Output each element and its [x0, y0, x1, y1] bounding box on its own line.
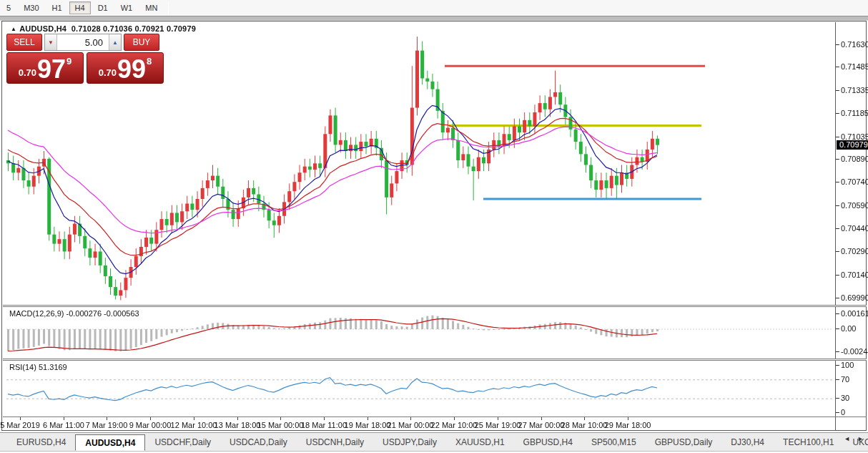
- trading-platform: 5M30H1H4D1W1MN ▲AUDUSD,H4 0.71028 0.7103…: [0, 0, 868, 453]
- symbol-tab-gbpusd[interactable]: GBPUSD,Daily: [646, 433, 722, 451]
- rsi-name: RSI(14): [9, 363, 36, 371]
- buy-price-box[interactable]: 0.70 99 8: [87, 52, 164, 84]
- symbol-tab-dj30[interactable]: DJ30,H4: [721, 433, 774, 451]
- symbol-collapse-icon[interactable]: ▲: [11, 26, 16, 32]
- rsi-axis-label-tick: [836, 412, 839, 413]
- timeframe-button-w1[interactable]: W1: [115, 1, 139, 14]
- tab-scroll-left-icon[interactable]: ◄: [844, 435, 850, 442]
- price-axis-label: 0.70290: [841, 247, 868, 255]
- rsi-axis-label-tick: [836, 379, 839, 380]
- symbol-tab-usdcnh[interactable]: USDCNH,Daily: [297, 433, 373, 451]
- tab-scroll-buttons: ◄ ►: [844, 435, 864, 442]
- time-axis-tick: [454, 417, 455, 420]
- price-axis-label: 0.71185: [841, 109, 868, 117]
- macd-axis-label: 0.00: [841, 324, 856, 333]
- macd-axis-label: 0.001615: [841, 309, 868, 318]
- time-axis-tick: [64, 417, 64, 420]
- chart-ohlc-header: ▲AUDUSD,H4 0.71028 0.71036 0.70921 0.709…: [11, 24, 196, 33]
- price-axis-label-tick: [836, 137, 839, 137]
- rsi-splitter-edge: [3, 360, 867, 361]
- time-axis-label: 12 Mar 10:00: [171, 421, 217, 429]
- price-axis-label: 0.70590: [841, 201, 868, 210]
- volume-stepper: ▼ ▲: [44, 34, 122, 51]
- price-axis-label: 0.70440: [841, 224, 868, 233]
- price-axis-label: 0.70890: [841, 155, 868, 163]
- time-axis-label: 19 Mar 18:00: [345, 421, 391, 429]
- price-axis-label-tick: [836, 298, 839, 298]
- rsi-axis-label: 0: [841, 408, 845, 417]
- volume-increase-button[interactable]: ▲: [109, 34, 121, 50]
- one-click-trade-widget: SELL ▼ ▲ BUY 0.70 97 9 0.70 99 8: [6, 34, 165, 84]
- timeframe-button-h1[interactable]: H1: [46, 1, 68, 14]
- time-axis-tick: [324, 417, 325, 420]
- sell-price-box[interactable]: 0.70 97 9: [6, 52, 84, 84]
- time-axis-tick: [194, 417, 194, 420]
- macd-name: MACD(12,26,9): [9, 309, 64, 318]
- time-axis-label: 15 Mar 00:00: [257, 421, 304, 429]
- price-axis-label-tick: [836, 113, 839, 114]
- price-axis-label: 0.71335: [841, 86, 868, 94]
- tab-scroll-right-icon[interactable]: ►: [857, 435, 864, 442]
- time-axis-label: 9 Mar 00:00: [129, 421, 172, 429]
- volume-decrease-button[interactable]: ▼: [45, 34, 57, 50]
- price-axis-label-tick: [836, 205, 839, 206]
- time-axis-tick: [628, 417, 628, 420]
- price-axis-label-tick: [836, 90, 839, 91]
- rsi-axis-label-tick: [836, 365, 839, 366]
- time-axis-tick: [541, 417, 542, 420]
- toolbar-separator: [168, 1, 169, 14]
- volume-input[interactable]: [57, 34, 109, 50]
- symbol-tab-gbpusd[interactable]: GBPUSD,H4: [514, 433, 582, 451]
- timeframe-button-h4[interactable]: H4: [69, 1, 91, 14]
- macd-axis-label-tick: [836, 313, 839, 314]
- timeframe-button-mn[interactable]: MN: [139, 1, 163, 14]
- symbol-tab-usdjpy[interactable]: USDJPY,Daily: [373, 433, 446, 451]
- symbol-tab-tech100[interactable]: TECH100,H1: [774, 433, 843, 451]
- price-axis-label-tick: [836, 159, 839, 160]
- price-axis-label: 0.71485: [841, 62, 868, 71]
- sell-price-pip: 9: [66, 56, 71, 67]
- price-axis-label-tick: [836, 275, 839, 276]
- timeframe-button-m30[interactable]: M30: [18, 1, 44, 14]
- time-axis-label: 18 Mar 11:00: [301, 421, 347, 429]
- time-axis-tick: [150, 417, 151, 420]
- macd-value-main: -0.000276: [66, 309, 102, 318]
- time-axis-tick: [107, 417, 107, 420]
- price-axis-label: 0.70140: [841, 271, 868, 279]
- symbol-tab-sp500[interactable]: SP500,M15: [582, 433, 646, 451]
- time-axis-tick: [20, 417, 21, 420]
- time-axis-tick: [498, 417, 498, 420]
- rsi-axis-label: 70: [841, 375, 849, 384]
- symbol-tab-xauusd[interactable]: XAUUSD,H1: [446, 433, 514, 451]
- symbol-tab-usdchf[interactable]: USDCHF,Daily: [145, 433, 220, 451]
- macd-axis-label: -0.002443: [841, 347, 868, 356]
- price-axis-label-tick: [836, 228, 839, 229]
- time-axis-label: 29 Mar 18:00: [605, 421, 651, 429]
- current-price-tag: 0.70979: [837, 140, 868, 150]
- buy-button[interactable]: BUY: [124, 34, 159, 51]
- symbol-tab-audusd[interactable]: AUDUSD,H4: [75, 434, 145, 451]
- macd-axis-label-tick: [836, 328, 839, 329]
- timeframe-button-5[interactable]: 5: [1, 1, 16, 14]
- macd-label: MACD(12,26,9) -0.000276 -0.000563: [9, 309, 139, 318]
- symbol-tab-eurusd[interactable]: EURUSD,H4: [7, 433, 75, 451]
- time-axis-label: 25 Mar 19:00: [475, 421, 521, 429]
- macd-axis-label-tick: [836, 351, 839, 352]
- price-axis-label-tick: [836, 251, 839, 252]
- time-axis-label: 6 Mar 11:00: [43, 421, 84, 429]
- rsi-axis-label: 100: [841, 361, 854, 369]
- time-axis-tick: [584, 417, 585, 420]
- time-axis-label: 28 Mar 10:00: [561, 421, 608, 429]
- timeframe-button-d1[interactable]: D1: [92, 1, 114, 14]
- chart-window: ▲AUDUSD,H4 0.71028 0.71036 0.70921 0.709…: [1, 21, 867, 431]
- chart-symbol: AUDUSD,H4: [19, 24, 66, 33]
- time-axis-tick: [410, 417, 411, 420]
- price-axis-label-tick: [836, 182, 839, 182]
- rsi-value: 51.3169: [39, 363, 67, 371]
- timeframe-toolbar: 5M30H1H4D1W1MN: [0, 0, 868, 16]
- time-axis-label: 7 Mar 19:00: [86, 421, 128, 429]
- rsi-label: RSI(14) 51.3169: [9, 363, 67, 371]
- price-axis-label: 0.69990: [841, 293, 868, 302]
- sell-button[interactable]: SELL: [6, 34, 42, 51]
- symbol-tab-usdcad[interactable]: USDCAD,Daily: [220, 433, 297, 451]
